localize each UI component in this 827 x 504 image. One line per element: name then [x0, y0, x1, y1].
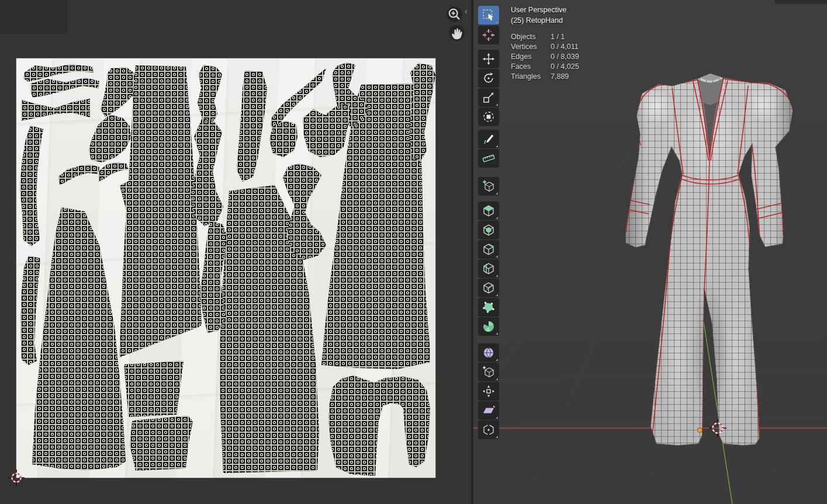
bevel-icon [482, 242, 496, 256]
view-perspective-label: User Perspective [511, 5, 566, 15]
add-cube-tool-button[interactable] [478, 177, 499, 196]
uv-island[interactable] [122, 361, 186, 417]
stat-row: Triangles7,889 [511, 72, 579, 82]
rip-region-tool-button[interactable] [478, 420, 499, 439]
object-origin-dot [697, 427, 703, 433]
loop-cut-tool-button[interactable] [478, 259, 499, 278]
uv-island[interactable] [119, 64, 205, 358]
stat-row: Edges0 / 8,039 [511, 52, 579, 62]
uv-island[interactable] [303, 103, 351, 157]
annotate-icon [482, 132, 496, 146]
shrink-fatten-icon [482, 384, 496, 398]
knife-icon [482, 281, 496, 295]
shrink-fatten-tool-button[interactable] [478, 382, 499, 401]
poly-build-icon [482, 300, 496, 314]
magnifier-plus-icon [447, 6, 462, 22]
uv-island[interactable] [89, 114, 131, 162]
measure-icon [482, 151, 496, 165]
cursor-tool-button[interactable] [478, 26, 499, 44]
uv-island[interactable] [237, 71, 271, 182]
stat-label: Triangles [511, 72, 547, 82]
transform-icon [482, 110, 496, 124]
smooth-icon [482, 346, 496, 360]
stat-label: Objects [511, 32, 547, 42]
spin-icon [482, 319, 496, 333]
spin-tool-button[interactable] [478, 317, 499, 336]
uv-canvas-image[interactable] [16, 58, 435, 478]
rip-region-icon [482, 423, 496, 437]
uv-island[interactable] [101, 67, 137, 117]
annotate-tool-button[interactable] [478, 130, 499, 148]
stat-value: 0 / 4,025 [547, 62, 579, 72]
rotate-tool-button[interactable] [478, 69, 499, 88]
uv-island[interactable] [58, 165, 99, 185]
cursor-icon [482, 28, 496, 42]
uv-island[interactable] [21, 98, 90, 121]
extrude-icon [482, 204, 496, 218]
move-tool-button[interactable] [478, 50, 499, 68]
tool-shelf [477, 0, 499, 504]
stat-value: 0 / 4,011 [547, 42, 579, 52]
stat-row: Faces0 / 4,025 [511, 62, 579, 72]
inset-faces-tool-button[interactable] [478, 221, 499, 239]
uv-island[interactable] [189, 118, 229, 226]
extrude-tool-button[interactable] [478, 201, 499, 220]
hand-icon [449, 25, 465, 41]
edge-slide-icon [482, 365, 496, 379]
stat-value: 0 / 8,039 [547, 52, 579, 62]
sidebar-collapse-chevron-icon[interactable]: ‹ [465, 7, 468, 15]
smooth-tool-button[interactable] [478, 343, 499, 362]
uv-island[interactable] [328, 375, 432, 504]
uv-image-editor[interactable]: ‹ [0, 0, 472, 504]
uv-island[interactable] [130, 416, 193, 471]
active-object-label: (25) RetopHand [511, 15, 566, 26]
inset-icon [482, 223, 496, 237]
knife-tool-button[interactable] [478, 279, 499, 297]
uv-island[interactable] [98, 162, 129, 182]
viewport-overlay-text: User Perspective (25) RetopHand [511, 5, 566, 26]
transform-tool-button[interactable] [478, 107, 499, 126]
uv-2d-cursor[interactable] [8, 470, 25, 486]
stat-row: Objects1 / 1 [511, 32, 579, 42]
viewport-zoom-gizmo[interactable] [447, 6, 462, 22]
viewport-3d[interactable]: User Perspective (25) RetopHand Objects1… [473, 0, 827, 504]
measure-tool-button[interactable] [478, 149, 499, 168]
add-cube-icon [482, 179, 496, 193]
shear-tool-button[interactable] [478, 401, 499, 420]
rotate-icon [482, 71, 496, 85]
viewport-pan-gizmo[interactable] [449, 25, 465, 41]
poly-build-tool-button[interactable] [478, 298, 499, 317]
move-icon [482, 52, 496, 66]
stat-value: 1 / 1 [547, 32, 565, 42]
loop-cut-icon [482, 262, 496, 276]
cursor-3d[interactable] [709, 419, 726, 437]
select-box-tool-button[interactable] [478, 6, 499, 25]
select-box-icon [482, 8, 496, 22]
stat-label: Edges [511, 52, 547, 62]
stat-label: Vertices [511, 42, 547, 52]
scale-icon [482, 91, 496, 105]
edge-slide-tool-button[interactable] [478, 363, 499, 381]
uv-island[interactable] [20, 126, 54, 246]
stat-label: Faces [511, 62, 547, 72]
stat-value: 7,889 [547, 72, 569, 82]
scene-statistics: Objects1 / 1Vertices0 / 4,011Edges0 / 8,… [511, 32, 579, 82]
scale-tool-button[interactable] [478, 88, 499, 107]
uv-editor-corner-region [0, 0, 67, 34]
uv-island[interactable] [196, 65, 229, 123]
stat-row: Vertices0 / 4,011 [511, 42, 579, 52]
shear-icon [482, 404, 496, 418]
bevel-tool-button[interactable] [478, 240, 499, 259]
uv-island[interactable] [269, 121, 297, 157]
uv-island[interactable] [30, 78, 99, 98]
